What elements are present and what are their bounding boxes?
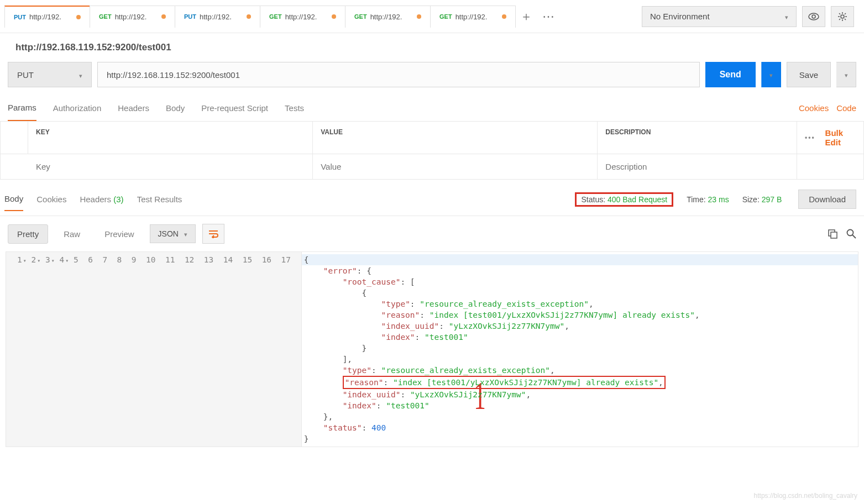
settings-button[interactable] <box>831 6 854 27</box>
response-tabs: Body Cookies Headers (3) Test Results St… <box>0 180 864 216</box>
resp-tab-body[interactable]: Body <box>4 194 23 211</box>
url-bar: PUT Send Save <box>0 62 864 93</box>
wrap-icon <box>208 229 219 238</box>
chevron-down-icon <box>785 12 788 21</box>
svg-point-1 <box>812 15 815 18</box>
response-body-editor[interactable]: 1▾ 2▾ 3▾ 4▾ 5 6 7 8 9 10 11 12 13 14 15 … <box>6 251 858 447</box>
tab-request-5[interactable]: GET http://192. <box>430 6 516 28</box>
environment-quicklook-button[interactable] <box>802 6 825 27</box>
param-value-input[interactable] <box>313 154 598 179</box>
svg-line-10 <box>845 13 846 14</box>
download-button[interactable]: Download <box>798 190 856 209</box>
wrap-lines-button[interactable] <box>202 224 224 244</box>
param-key-input[interactable] <box>28 154 313 179</box>
svg-point-14 <box>847 230 853 236</box>
send-button[interactable]: Send <box>705 62 756 87</box>
tab-headers[interactable]: Headers <box>118 103 149 120</box>
view-raw-button[interactable]: Raw <box>55 225 89 243</box>
body-view-toolbar: Pretty Raw Preview JSON <box>0 216 864 251</box>
tab-method: GET <box>354 13 367 20</box>
code-content: { "error": { "root_cause": [ { "type": "… <box>302 252 858 447</box>
status-label: Status: <box>581 195 605 204</box>
time-label: Time: <box>687 195 705 204</box>
column-value: VALUE <box>313 122 598 154</box>
headers-count: (3) <box>113 195 123 204</box>
view-preview-button[interactable]: Preview <box>96 225 143 243</box>
tab-tests[interactable]: Tests <box>285 103 304 120</box>
line-gutter: 1▾ 2▾ 3▾ 4▾ 5 6 7 8 9 10 11 12 13 14 15 … <box>6 252 302 447</box>
svg-rect-13 <box>831 232 837 238</box>
reason-annotation-box: "reason": "index [test001/yLxzXOvkSJij2z… <box>343 376 666 389</box>
format-select[interactable]: JSON <box>150 224 196 243</box>
size-label: Size: <box>742 195 760 204</box>
view-pretty-button[interactable]: Pretty <box>8 224 48 244</box>
new-tab-button[interactable]: ＋ <box>515 8 537 25</box>
search-button[interactable] <box>846 229 856 239</box>
more-options-icon[interactable]: ••• <box>805 134 815 141</box>
send-options-button[interactable] <box>761 62 781 87</box>
unsaved-dot-icon <box>502 14 506 19</box>
cookies-link[interactable]: Cookies <box>799 103 829 113</box>
unsaved-dot-icon <box>161 14 166 19</box>
tab-url: http://192. <box>455 13 488 21</box>
tab-url: http://192. <box>29 13 61 21</box>
resp-tab-headers[interactable]: Headers (3) <box>80 195 123 211</box>
column-key: KEY <box>28 122 313 154</box>
save-options-button[interactable] <box>836 62 856 87</box>
resp-tab-testresults[interactable]: Test Results <box>137 195 182 211</box>
environment-bar: No Environment <box>642 6 860 27</box>
unsaved-dot-icon <box>247 14 251 19</box>
request-tabs: Params Authorization Headers Body Pre-re… <box>0 93 864 122</box>
tab-url: http://192. <box>370 13 402 21</box>
chevron-down-icon <box>184 229 187 238</box>
tab-prerequest[interactable]: Pre-request Script <box>201 103 268 120</box>
save-button[interactable]: Save <box>787 62 831 87</box>
code-link[interactable]: Code <box>836 103 856 113</box>
http-method-label: PUT <box>17 70 34 80</box>
tab-request-4[interactable]: GET http://192. <box>345 6 431 28</box>
column-description: DESCRIPTION <box>598 122 797 154</box>
chevron-down-icon <box>769 71 773 79</box>
tab-method: GET <box>269 13 282 20</box>
unsaved-dot-icon <box>76 15 81 19</box>
status-annotation-box: Status: 400 Bad Request <box>575 192 673 207</box>
params-table: KEY VALUE DESCRIPTION ••• Bulk Edit <box>0 122 864 180</box>
tabs-bar: PUT http://192. GET http://192. PUT http… <box>0 0 864 33</box>
svg-line-9 <box>839 19 840 20</box>
status-value: 400 Bad Request <box>608 195 667 204</box>
search-icon <box>846 229 856 239</box>
gear-icon <box>837 12 847 22</box>
tab-params[interactable]: Params <box>8 103 36 121</box>
svg-line-15 <box>852 235 856 238</box>
tab-method: GET <box>99 13 112 20</box>
tab-method: PUT <box>14 14 26 20</box>
tab-authorization[interactable]: Authorization <box>53 103 102 120</box>
svg-point-0 <box>809 13 819 20</box>
svg-point-2 <box>841 15 844 18</box>
tab-request-3[interactable]: GET http://192. <box>260 6 345 28</box>
tab-request-1[interactable]: GET http://192. <box>90 6 175 28</box>
tab-url: http://192. <box>285 13 317 21</box>
param-desc-input[interactable] <box>598 154 797 179</box>
tab-url: http://192. <box>200 13 232 21</box>
tab-request-2[interactable]: PUT http://192. <box>175 6 260 28</box>
http-method-select[interactable]: PUT <box>8 62 92 87</box>
chevron-down-icon <box>845 71 848 79</box>
environment-label: No Environment <box>650 12 710 21</box>
tab-method: PUT <box>184 13 196 20</box>
tab-method: GET <box>439 13 452 20</box>
copy-button[interactable] <box>828 229 837 239</box>
unsaved-dot-icon <box>417 14 421 19</box>
resp-tab-cookies[interactable]: Cookies <box>36 195 66 211</box>
svg-line-7 <box>839 13 840 14</box>
url-input[interactable] <box>97 62 700 87</box>
tab-body[interactable]: Body <box>166 103 185 120</box>
tab-overflow-button[interactable]: ⋯ <box>537 9 559 24</box>
size-value: 297 B <box>762 195 782 204</box>
tab-url: http://192. <box>115 13 147 21</box>
response-status-bar: Status: 400 Bad Request Time: 23 ms Size… <box>575 190 856 216</box>
tab-request-0[interactable]: PUT http://192. <box>4 6 90 28</box>
environment-select[interactable]: No Environment <box>642 6 797 27</box>
time-value: 23 ms <box>708 195 729 204</box>
bulk-edit-link[interactable]: Bulk Edit <box>825 128 856 147</box>
